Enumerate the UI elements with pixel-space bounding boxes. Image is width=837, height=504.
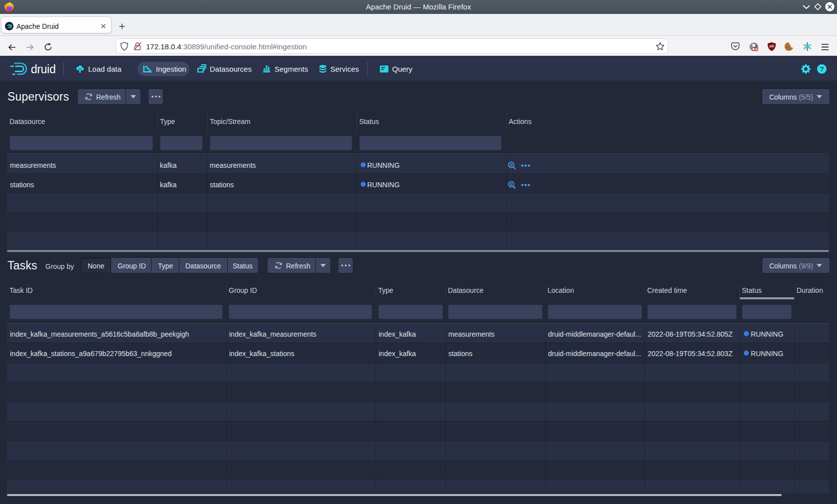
- svg-text:uO: uO: [769, 44, 774, 48]
- svg-text:?: ?: [820, 65, 824, 73]
